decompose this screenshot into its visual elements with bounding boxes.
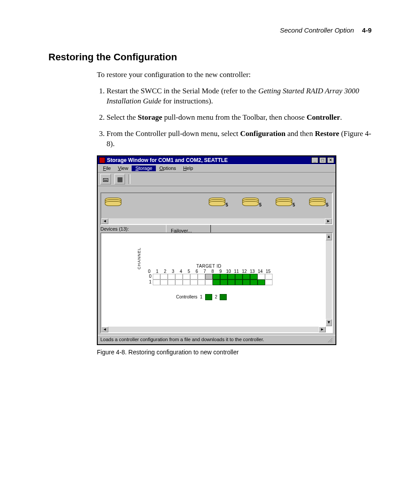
controllers-label: Controllers bbox=[176, 295, 197, 299]
device-cell-icon[interactable] bbox=[220, 274, 228, 280]
device-cell-icon[interactable] bbox=[250, 280, 258, 285]
controller-icon[interactable] bbox=[220, 294, 227, 300]
grid-icon: ▦ bbox=[117, 176, 123, 182]
menu-file[interactable]: File bbox=[99, 166, 114, 171]
device-cell-icon[interactable] bbox=[235, 280, 243, 285]
devices-label: Devices (13): bbox=[100, 227, 335, 232]
virtual-disk-icon[interactable]: 5 bbox=[276, 198, 291, 206]
grid-row: 0 bbox=[145, 274, 273, 280]
scroll-track[interactable] bbox=[108, 327, 319, 332]
virtual-disk-icon[interactable]: 5 bbox=[242, 198, 258, 206]
steps-list: Restart the SWCC in the Serial Mode (ref… bbox=[97, 86, 372, 149]
grid-cell[interactable] bbox=[198, 274, 205, 280]
grid-cell[interactable] bbox=[175, 274, 183, 280]
device-cell-icon[interactable] bbox=[243, 280, 250, 285]
scroll-up-button[interactable]: ▲ bbox=[326, 233, 332, 240]
target-grid: TARGET ID 0123456789101112131415 01 bbox=[145, 264, 273, 285]
scroll-track[interactable] bbox=[108, 218, 325, 224]
status-text: Loads a controller configuration from a … bbox=[100, 337, 325, 342]
toolbar-button-1[interactable]: 🖴 bbox=[100, 174, 111, 184]
statusbar: Loads a controller configuration from a … bbox=[98, 335, 335, 344]
device-cell-icon[interactable] bbox=[228, 274, 235, 280]
close-button[interactable]: × bbox=[327, 157, 334, 163]
grid-row-label: 0 bbox=[145, 274, 153, 279]
grid-cell[interactable] bbox=[160, 280, 168, 285]
device-cell-icon[interactable] bbox=[213, 274, 220, 280]
grid-cell[interactable] bbox=[153, 280, 160, 285]
grid-col-header: 4 bbox=[177, 269, 185, 274]
virtual-disk-icon[interactable] bbox=[105, 198, 121, 206]
section-name: Second Controller Option bbox=[280, 26, 354, 34]
grid-col-header: 8 bbox=[209, 269, 217, 274]
minimize-button[interactable]: _ bbox=[311, 157, 318, 163]
horizontal-scrollbar[interactable]: ◄ ► bbox=[101, 327, 326, 332]
target-id-label: TARGET ID bbox=[145, 264, 273, 269]
menu-options[interactable]: Options bbox=[156, 166, 180, 171]
step-1: Restart the SWCC in the Serial Mode (ref… bbox=[107, 86, 372, 107]
disk-icon: 🖴 bbox=[103, 176, 109, 182]
grid-cell[interactable] bbox=[190, 280, 198, 285]
svg-line-2 bbox=[332, 342, 332, 342]
vertical-scrollbar[interactable]: ▲ ▼ bbox=[326, 233, 332, 326]
app-window: Storage Window for COM1 and COM2, SEATTL… bbox=[97, 155, 336, 345]
grid-cell[interactable] bbox=[265, 280, 273, 285]
grid-cell[interactable] bbox=[258, 274, 265, 280]
grid-cell[interactable] bbox=[265, 274, 273, 280]
figure-caption: Figure 4-8. Restoring configuration to n… bbox=[97, 349, 372, 356]
grid-cell[interactable] bbox=[183, 280, 190, 285]
device-cell-icon[interactable] bbox=[228, 280, 235, 285]
scroll-left-button[interactable]: ◄ bbox=[101, 218, 108, 224]
window-title: Storage Window for COM1 and COM2, SEATTL… bbox=[107, 158, 311, 163]
grid-cell[interactable] bbox=[160, 274, 168, 280]
grid-cell[interactable] bbox=[190, 274, 198, 280]
host-cell-icon[interactable] bbox=[205, 274, 213, 280]
grid-cell[interactable] bbox=[153, 274, 160, 280]
channel-axis-label: CHANNEL bbox=[137, 247, 141, 269]
scroll-right-button[interactable]: ► bbox=[325, 218, 332, 224]
toolbar-button-2[interactable]: ▦ bbox=[114, 174, 125, 184]
grid-col-header: 10 bbox=[225, 269, 232, 274]
maximize-button[interactable]: □ bbox=[319, 157, 326, 163]
device-cell-icon[interactable] bbox=[235, 274, 243, 280]
grid-col-header: 5 bbox=[185, 269, 193, 274]
horizontal-scrollbar[interactable]: ◄ ► bbox=[101, 218, 332, 224]
page-number: 4-9 bbox=[362, 26, 372, 34]
resize-grip-icon[interactable] bbox=[325, 337, 333, 343]
grid-cell[interactable] bbox=[168, 274, 175, 280]
controller-icon[interactable] bbox=[205, 294, 212, 300]
device-cell-icon[interactable] bbox=[250, 274, 258, 280]
menu-help[interactable]: Help bbox=[180, 166, 197, 171]
grid-col-header: 7 bbox=[201, 269, 209, 274]
grid-cell[interactable] bbox=[183, 274, 190, 280]
intro-text: To restore your configuration to the new… bbox=[97, 70, 372, 80]
menu-storage[interactable]: Storage bbox=[132, 166, 156, 171]
grid-row-label: 1 bbox=[145, 280, 153, 284]
scroll-down-button[interactable]: ▼ bbox=[326, 319, 332, 326]
grid-cell[interactable] bbox=[205, 280, 213, 285]
device-cell-icon[interactable] bbox=[213, 280, 220, 285]
menu-view[interactable]: View bbox=[114, 166, 132, 171]
virtual-disks-pane: 5 5 5 5 ◄ ► bbox=[100, 192, 333, 225]
device-cell-icon[interactable] bbox=[220, 280, 228, 285]
grid-row: 1 bbox=[145, 280, 273, 285]
virtual-disk-icon[interactable]: 5 bbox=[209, 198, 225, 206]
system-menu-icon[interactable] bbox=[99, 157, 105, 163]
running-head: Second Controller Option 4-9 bbox=[48, 26, 372, 34]
titlebar[interactable]: Storage Window for COM1 and COM2, SEATTL… bbox=[98, 156, 335, 164]
scroll-track[interactable] bbox=[326, 240, 332, 319]
scroll-left-button[interactable]: ◄ bbox=[101, 327, 108, 332]
menubar: File View Storage Options Help bbox=[98, 164, 335, 173]
virtual-disk-icon[interactable]: 5 bbox=[309, 198, 325, 206]
scroll-right-button[interactable]: ► bbox=[319, 327, 326, 332]
grid-cell[interactable] bbox=[198, 280, 205, 285]
grid-cell[interactable] bbox=[168, 280, 175, 285]
step-3: From the Controller pull-down menu, sele… bbox=[107, 129, 372, 149]
controllers-row: Controllers 1 2 bbox=[176, 294, 227, 300]
device-cell-icon[interactable] bbox=[243, 274, 250, 280]
toolbar: 🖴 ▦ bbox=[98, 173, 335, 186]
devices-pane: CHANNEL TARGET ID 0123456789101112131415… bbox=[100, 232, 333, 333]
device-cell-icon[interactable] bbox=[258, 280, 265, 285]
grid-cell[interactable] bbox=[175, 280, 183, 285]
grid-col-header: 15 bbox=[264, 269, 272, 274]
grid-col-header: 12 bbox=[240, 269, 248, 274]
